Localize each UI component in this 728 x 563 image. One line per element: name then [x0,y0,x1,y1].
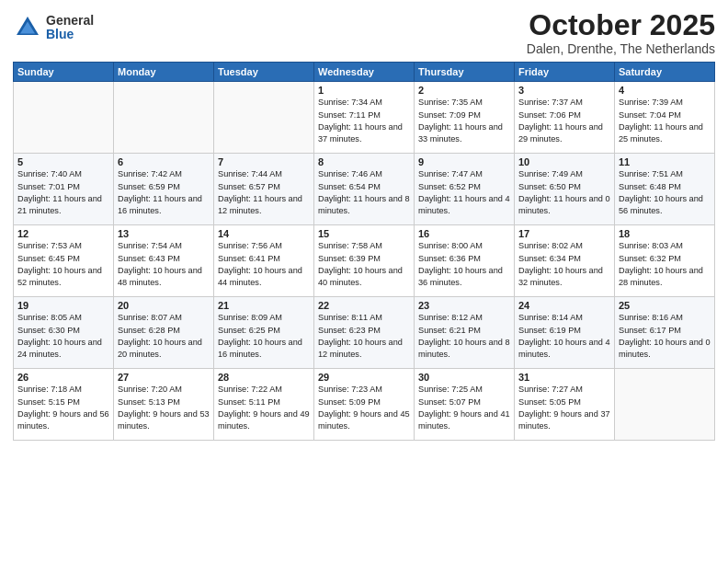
day-info: Sunrise: 7:40 AMSunset: 7:01 PMDaylight:… [17,169,102,215]
day-number: 25 [619,300,711,311]
calendar-cell: 25Sunrise: 8:16 AMSunset: 6:17 PMDayligh… [615,297,715,369]
day-info: Sunrise: 7:54 AMSunset: 6:43 PMDaylight:… [118,241,202,287]
day-number: 17 [518,228,610,239]
day-info: Sunrise: 8:09 AMSunset: 6:25 PMDaylight:… [218,313,302,359]
calendar-cell: 20Sunrise: 8:07 AMSunset: 6:28 PMDayligh… [114,297,214,369]
day-number: 24 [518,300,610,311]
calendar-cell: 4Sunrise: 7:39 AMSunset: 7:04 PMDaylight… [615,82,715,154]
day-info: Sunrise: 7:27 AMSunset: 5:05 PMDaylight:… [518,385,610,431]
calendar-cell: 10Sunrise: 7:49 AMSunset: 6:50 PMDayligh… [515,154,615,225]
calendar-week-3: 19Sunrise: 8:05 AMSunset: 6:30 PMDayligh… [14,297,715,369]
page-header: General Blue October 2025 Dalen, Drenthe… [13,9,715,56]
day-number: 7 [218,156,310,167]
day-number: 11 [619,156,711,167]
calendar-cell: 31Sunrise: 7:27 AMSunset: 5:05 PMDayligh… [515,369,615,441]
calendar-cell: 23Sunrise: 8:12 AMSunset: 6:21 PMDayligh… [415,297,515,369]
day-info: Sunrise: 7:39 AMSunset: 7:04 PMDaylight:… [619,98,703,144]
calendar-week-1: 5Sunrise: 7:40 AMSunset: 7:01 PMDaylight… [14,154,715,225]
calendar-cell [214,82,314,154]
day-info: Sunrise: 7:23 AMSunset: 5:09 PMDaylight:… [318,385,410,431]
day-info: Sunrise: 8:02 AMSunset: 6:34 PMDaylight:… [518,241,603,287]
location-text: Dalen, Drenthe, The Netherlands [527,41,715,56]
day-number: 4 [619,85,711,96]
calendar-week-2: 12Sunrise: 7:53 AMSunset: 6:45 PMDayligh… [14,225,715,297]
col-saturday: Saturday [615,63,715,82]
col-friday: Friday [515,63,615,82]
calendar-cell: 13Sunrise: 7:54 AMSunset: 6:43 PMDayligh… [114,225,214,297]
day-number: 22 [318,300,410,311]
calendar-cell: 21Sunrise: 8:09 AMSunset: 6:25 PMDayligh… [214,297,314,369]
calendar-cell: 9Sunrise: 7:47 AMSunset: 6:52 PMDaylight… [415,154,515,225]
day-number: 2 [418,85,510,96]
day-info: Sunrise: 7:58 AMSunset: 6:39 PMDaylight:… [318,241,403,287]
day-info: Sunrise: 7:25 AMSunset: 5:07 PMDaylight:… [418,385,510,431]
calendar-cell: 17Sunrise: 8:02 AMSunset: 6:34 PMDayligh… [515,225,615,297]
day-number: 26 [17,372,109,383]
day-number: 20 [118,300,210,311]
calendar-cell: 26Sunrise: 7:18 AMSunset: 5:15 PMDayligh… [14,369,114,441]
day-info: Sunrise: 7:47 AMSunset: 6:52 PMDaylight:… [418,169,510,215]
calendar-cell: 15Sunrise: 7:58 AMSunset: 6:39 PMDayligh… [314,225,415,297]
calendar-cell: 29Sunrise: 7:23 AMSunset: 5:09 PMDayligh… [314,369,415,441]
day-number: 14 [218,228,310,239]
logo: General Blue [13,13,94,42]
day-info: Sunrise: 7:44 AMSunset: 6:57 PMDaylight:… [218,169,302,215]
day-info: Sunrise: 7:37 AMSunset: 7:06 PMDaylight:… [518,98,603,144]
day-info: Sunrise: 8:14 AMSunset: 6:19 PMDaylight:… [518,313,610,359]
col-wednesday: Wednesday [314,63,415,82]
col-tuesday: Tuesday [214,63,314,82]
calendar-body: 1Sunrise: 7:34 AMSunset: 7:11 PMDaylight… [14,82,715,441]
day-info: Sunrise: 8:12 AMSunset: 6:21 PMDaylight:… [418,313,510,359]
calendar-cell: 2Sunrise: 7:35 AMSunset: 7:09 PMDaylight… [415,82,515,154]
calendar-week-0: 1Sunrise: 7:34 AMSunset: 7:11 PMDaylight… [14,82,715,154]
day-info: Sunrise: 8:03 AMSunset: 6:32 PMDaylight:… [619,241,703,287]
day-info: Sunrise: 8:05 AMSunset: 6:30 PMDaylight:… [17,313,102,359]
calendar-cell: 1Sunrise: 7:34 AMSunset: 7:11 PMDaylight… [314,82,415,154]
day-info: Sunrise: 7:53 AMSunset: 6:45 PMDaylight:… [17,241,102,287]
logo-general-text: General [46,14,94,28]
calendar-cell: 30Sunrise: 7:25 AMSunset: 5:07 PMDayligh… [415,369,515,441]
calendar-cell: 7Sunrise: 7:44 AMSunset: 6:57 PMDaylight… [214,154,314,225]
day-info: Sunrise: 7:49 AMSunset: 6:50 PMDaylight:… [518,169,610,215]
calendar-cell: 19Sunrise: 8:05 AMSunset: 6:30 PMDayligh… [14,297,114,369]
day-number: 13 [118,228,210,239]
day-number: 12 [17,228,109,239]
calendar-cell [14,82,114,154]
day-number: 15 [318,228,410,239]
calendar-cell: 24Sunrise: 8:14 AMSunset: 6:19 PMDayligh… [515,297,615,369]
calendar-cell: 22Sunrise: 8:11 AMSunset: 6:23 PMDayligh… [314,297,415,369]
day-info: Sunrise: 7:56 AMSunset: 6:41 PMDaylight:… [218,241,302,287]
calendar-cell: 5Sunrise: 7:40 AMSunset: 7:01 PMDaylight… [14,154,114,225]
day-number: 27 [118,372,210,383]
day-info: Sunrise: 7:35 AMSunset: 7:09 PMDaylight:… [418,98,503,144]
day-info: Sunrise: 7:20 AMSunset: 5:13 PMDaylight:… [118,385,210,431]
day-number: 1 [318,85,410,96]
day-info: Sunrise: 8:00 AMSunset: 6:36 PMDaylight:… [418,241,503,287]
calendar-table: Sunday Monday Tuesday Wednesday Thursday… [13,62,715,441]
header-row: Sunday Monday Tuesday Wednesday Thursday… [14,63,715,82]
calendar-cell: 27Sunrise: 7:20 AMSunset: 5:13 PMDayligh… [114,369,214,441]
calendar-cell [615,369,715,441]
day-info: Sunrise: 7:34 AMSunset: 7:11 PMDaylight:… [318,98,403,144]
day-number: 29 [318,372,410,383]
day-number: 30 [418,372,510,383]
day-number: 19 [17,300,109,311]
logo-blue-text: Blue [46,28,94,41]
day-info: Sunrise: 8:16 AMSunset: 6:17 PMDaylight:… [619,313,711,359]
day-number: 28 [218,372,310,383]
calendar-cell: 12Sunrise: 7:53 AMSunset: 6:45 PMDayligh… [14,225,114,297]
calendar-cell [114,82,214,154]
col-sunday: Sunday [14,63,114,82]
day-info: Sunrise: 8:07 AMSunset: 6:28 PMDaylight:… [118,313,202,359]
day-number: 5 [17,156,109,167]
calendar-header: Sunday Monday Tuesday Wednesday Thursday… [14,63,715,82]
logo-text: General Blue [46,14,94,42]
day-number: 3 [518,85,610,96]
calendar-cell: 6Sunrise: 7:42 AMSunset: 6:59 PMDaylight… [114,154,214,225]
day-info: Sunrise: 7:51 AMSunset: 6:48 PMDaylight:… [619,169,703,215]
calendar-cell: 28Sunrise: 7:22 AMSunset: 5:11 PMDayligh… [214,369,314,441]
day-number: 31 [518,372,610,383]
col-monday: Monday [114,63,214,82]
calendar-cell: 18Sunrise: 8:03 AMSunset: 6:32 PMDayligh… [615,225,715,297]
day-number: 21 [218,300,310,311]
